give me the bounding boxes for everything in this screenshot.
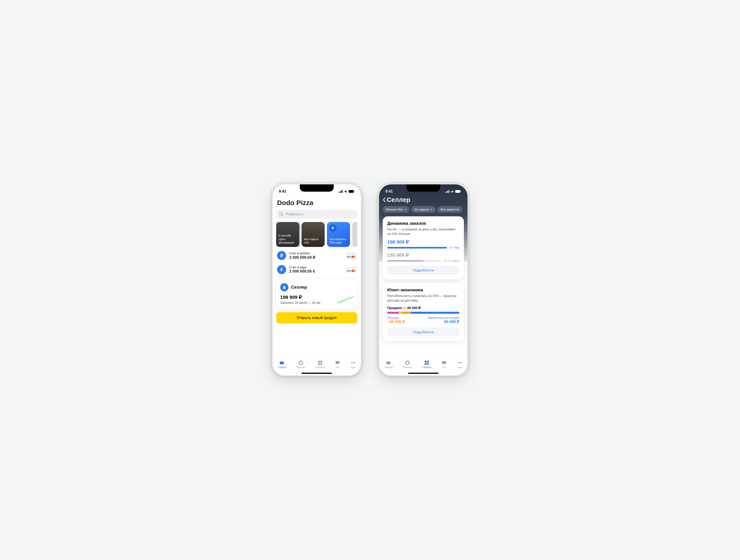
- phone-home: 9:41 Dodo Pizza Реквизиты 3 способа сдат…: [273, 185, 361, 375]
- wifi-icon: [344, 190, 348, 193]
- svg-rect-22: [449, 190, 449, 193]
- account-card[interactable]: 8976: [346, 252, 356, 259]
- seller-amount: 198 909 ₽: [280, 295, 321, 300]
- payments-icon: [298, 360, 303, 365]
- status-time: 9:41: [279, 189, 286, 194]
- orders-card: Динамика заказов Растет — в среднем за д…: [383, 216, 464, 279]
- chat-icon: [335, 360, 340, 365]
- card-title: Динамика заказов: [387, 221, 459, 226]
- home-icon: [279, 360, 285, 365]
- current-period: 1–7 апр: [450, 246, 459, 249]
- story-1[interactable]: 3 способа сдать декларацию: [276, 222, 299, 247]
- current-value: 198 909 ₽: [387, 239, 459, 245]
- home-screen: Dodo Pizza Реквизиты 3 способа сдать дек…: [273, 195, 361, 358]
- details-button[interactable]: Подробности: [387, 327, 459, 337]
- account-rub[interactable]: ₽ Счет в рублях 2 000 000,50 ₽ 8976: [277, 251, 356, 260]
- card-desc: Рентабельность снизилась на 25% — выросл…: [387, 294, 459, 303]
- payments-icon: [405, 360, 410, 365]
- tab-home[interactable]: Главная: [384, 360, 393, 375]
- ruble-icon: ₽: [277, 251, 286, 260]
- more-icon: [457, 360, 462, 365]
- signal-icon: [445, 190, 449, 193]
- page-title: Селлер: [387, 196, 410, 203]
- story-3[interactable]: Как изменить ПИН-код?: [327, 222, 350, 247]
- prev-bar: [387, 260, 441, 262]
- svg-point-8: [332, 227, 334, 229]
- story-4[interactable]: [352, 222, 357, 247]
- svg-rect-31: [442, 361, 446, 364]
- sparkline-icon: [337, 296, 353, 305]
- stories-row[interactable]: 3 способа сдать декларацию Как открыть с…: [276, 222, 357, 247]
- svg-rect-27: [425, 361, 427, 362]
- filter-chips: Магазин №1▼ За неделю▼ Все маркетпл: [383, 206, 464, 213]
- prev-value: 135 909 ₽: [387, 252, 459, 258]
- svg-point-33: [459, 362, 460, 363]
- earned-value: 60 000 ₽: [428, 319, 459, 324]
- account-balance: 2 000 000,05 €: [289, 269, 343, 274]
- chip-period[interactable]: За неделю▼: [411, 206, 436, 213]
- open-product-button[interactable]: Открыть новый продукт: [276, 312, 357, 324]
- svg-rect-15: [336, 361, 340, 364]
- back-row[interactable]: Селлер: [383, 196, 464, 203]
- svg-rect-20: [446, 191, 447, 193]
- more-icon: [351, 360, 356, 365]
- chip-marketplace[interactable]: Все маркетпл: [437, 206, 462, 213]
- battery-icon: [455, 190, 461, 193]
- card-title: Юнит-экономика: [387, 288, 459, 293]
- tab-chat[interactable]: Чат: [335, 360, 340, 375]
- svg-rect-29: [425, 363, 427, 365]
- svg-line-7: [282, 215, 283, 216]
- earned-label: Заработано на сегодня: [428, 316, 459, 319]
- search-input[interactable]: Реквизиты: [276, 210, 357, 219]
- page-title: Dodo Pizza: [277, 199, 356, 207]
- details-button[interactable]: Подробности: [387, 265, 459, 275]
- home-icon: [386, 360, 391, 365]
- chevron-left-icon: [383, 197, 386, 202]
- svg-point-26: [405, 361, 409, 364]
- seller-title: Селлер: [291, 285, 307, 290]
- tab-more[interactable]: Еще: [351, 360, 356, 375]
- svg-rect-21: [448, 191, 448, 193]
- search-placeholder: Реквизиты: [286, 212, 303, 216]
- status-time: 9:41: [385, 189, 393, 194]
- svg-rect-0: [339, 192, 340, 193]
- gear-icon: [329, 224, 337, 231]
- current-bar: [387, 247, 447, 248]
- signal-icon: [339, 190, 343, 193]
- svg-rect-24: [460, 191, 461, 192]
- chip-store[interactable]: Магазин №1▼: [383, 206, 409, 213]
- account-label: Счет в рублях: [289, 251, 343, 255]
- sold-label: Продано — 90 000 ₽: [387, 306, 459, 310]
- chevron-down-icon: ▼: [404, 208, 406, 211]
- svg-point-16: [351, 362, 352, 363]
- tab-chat[interactable]: Чат: [441, 360, 447, 375]
- tab-home[interactable]: Главная: [278, 360, 286, 375]
- account-label: Счет в евро: [289, 265, 343, 269]
- chat-icon: [441, 360, 447, 365]
- svg-point-17: [353, 362, 354, 363]
- home-indicator[interactable]: [301, 373, 332, 374]
- account-eur[interactable]: € Счет в евро 2 000 000,05 € 8976: [277, 265, 356, 274]
- svg-rect-14: [320, 363, 322, 365]
- account-balance: 2 000 000,50 ₽: [289, 255, 343, 260]
- story-2[interactable]: Как открыть счет: [301, 222, 325, 247]
- chevron-down-icon: ▼: [430, 208, 432, 211]
- expenses-label: Расходы: [387, 316, 405, 319]
- svg-rect-30: [427, 363, 429, 365]
- notch: [300, 185, 334, 192]
- svg-rect-23: [455, 190, 460, 193]
- services-icon: [424, 360, 430, 365]
- mastercard-icon: [352, 256, 355, 258]
- status-icons: [339, 190, 355, 193]
- prev-period: 15–31 марта: [444, 259, 459, 262]
- svg-rect-13: [318, 363, 320, 365]
- notch: [406, 185, 440, 192]
- home-indicator[interactable]: [408, 373, 439, 374]
- unit-economics-card: Юнит-экономика Рентабельность снизилась …: [383, 283, 464, 341]
- seller-card[interactable]: Селлер 198 909 ₽ Заказано 28 июля — 28 а…: [276, 279, 357, 309]
- account-card[interactable]: 8976: [346, 266, 356, 273]
- status-icons: [445, 190, 461, 193]
- svg-point-10: [299, 361, 303, 364]
- svg-rect-1: [340, 191, 341, 193]
- tab-more[interactable]: Еще: [457, 360, 462, 375]
